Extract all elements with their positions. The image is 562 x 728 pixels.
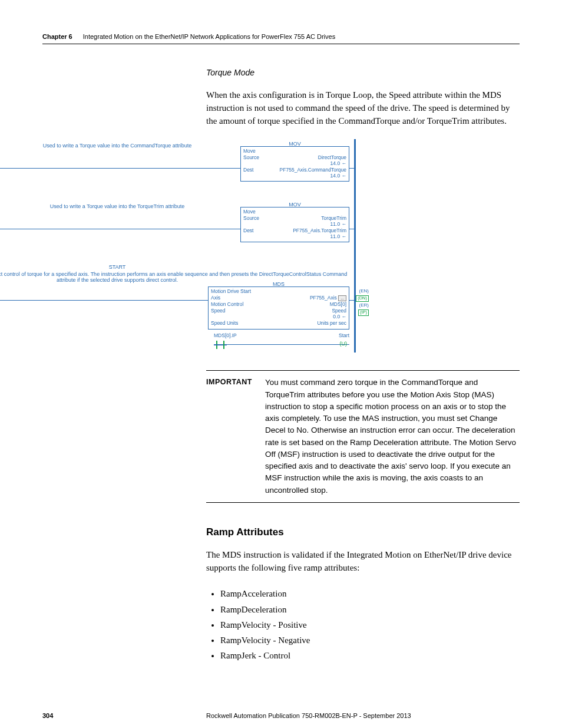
list-item: RampVelocity - Positive xyxy=(220,617,520,633)
important-text: You must command zero torque in the Comm… xyxy=(265,377,520,496)
list-item: RampJerk - Control xyxy=(220,648,520,663)
block-cell: Dest xyxy=(243,167,253,173)
block-title: MDS xyxy=(211,281,346,287)
mov-block-1: MOV Move SourceDirectTorque 14.0 ← DestP… xyxy=(240,146,349,182)
block-cell: Speed Units xyxy=(211,320,238,327)
block-title: MOV xyxy=(243,202,346,207)
block-cell: PF755_Axis ... xyxy=(310,295,346,301)
important-note: IMPORTANT You must command zero torque i… xyxy=(206,370,520,503)
important-label: IMPORTANT xyxy=(206,377,265,496)
ramp-paragraph: The MDS instruction is validated if the … xyxy=(206,549,520,575)
publication-info: Rockwell Automation Publication 750-RM00… xyxy=(206,712,520,719)
block-cell: MDS[0] xyxy=(330,301,346,308)
body-column-lower: IMPORTANT You must command zero torque i… xyxy=(206,370,520,663)
block-cell: Motion Drive Start xyxy=(211,288,251,295)
branch-label: MDS[0].IP xyxy=(214,332,237,338)
page-footer: 304 Rockwell Automation Publication 750-… xyxy=(42,712,520,719)
block-cell: Motion Control xyxy=(211,301,243,308)
list-item: RampDeceleration xyxy=(220,602,520,617)
branch-rung: MDS[0].IP Start (U) xyxy=(214,340,349,350)
block-cell: Speed xyxy=(211,308,226,314)
body-column: Torque Mode When the axis configuration … xyxy=(206,68,520,127)
rung-2: 2 Used to write a Torque value into the … xyxy=(0,203,354,253)
ladder-body: 1 Used to write a Torque value into the … xyxy=(0,139,356,353)
block-value: 14.0 ← xyxy=(243,173,346,179)
block-cell: Move xyxy=(243,209,256,215)
block-cell: Axis xyxy=(211,295,220,301)
ramp-list: RampAcceleration RampDeceleration RampVe… xyxy=(220,586,520,663)
block-cell: Source xyxy=(243,215,259,222)
page: Chapter 6 Integrated Motion on the Ether… xyxy=(0,0,562,728)
intro-paragraph: When the axis configuration is in Torque… xyxy=(206,89,520,127)
block-cell: Units per sec xyxy=(317,320,346,327)
block-cell: Move xyxy=(243,148,256,154)
branch-out-label: Start xyxy=(339,332,349,338)
chapter-label: Chapter 6 xyxy=(42,33,72,40)
pin-ip: (IP) xyxy=(358,309,369,315)
list-item: RampAcceleration xyxy=(220,586,520,601)
block-value: 0.0 ← xyxy=(211,314,346,319)
block-title: MOV xyxy=(243,141,346,147)
ellipsis-button[interactable]: ... xyxy=(338,295,346,301)
pin-dn: (DN) xyxy=(356,295,369,301)
rung-3: 3 START The MDS instruction is used to a… xyxy=(0,264,354,347)
branch-contact xyxy=(214,340,227,350)
page-number: 304 xyxy=(42,712,206,719)
ramp-heading: Ramp Attributes xyxy=(206,526,520,538)
mds-block: MDS Motion Drive Start AxisPF755_Axis ..… xyxy=(208,286,349,330)
pin-en: (EN) xyxy=(359,288,369,294)
rung-1: 1 Used to write a Torque value into the … xyxy=(0,143,354,193)
mov-block-2: MOV Move SourceTorqueTrim 11.0 ← DestPF7… xyxy=(240,207,349,242)
block-cell: Speed xyxy=(332,308,346,314)
page-header: Chapter 6 Integrated Motion on the Ether… xyxy=(42,33,520,44)
pin-er: (ER) xyxy=(359,302,369,308)
unlatch-coil: (U) xyxy=(340,341,348,347)
ladder-diagram: 1 Used to write a Torque value into the … xyxy=(0,139,356,353)
list-item: RampVelocity - Negative xyxy=(220,633,520,648)
block-value: 11.0 ← xyxy=(243,222,346,227)
rung-title: START xyxy=(0,264,354,270)
block-cell: Dest xyxy=(243,228,253,234)
chapter-title: Integrated Motion on the EtherNet/IP Net… xyxy=(83,33,335,40)
block-cell: Source xyxy=(243,154,259,161)
mode-heading: Torque Mode xyxy=(206,68,520,77)
block-value: 14.0 ← xyxy=(243,161,346,166)
block-value: 11.0 ← xyxy=(243,234,346,239)
